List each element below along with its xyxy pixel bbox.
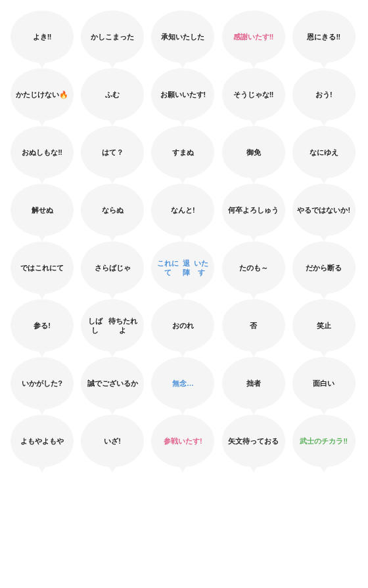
bubble-item-21[interactable]: ではこれにて <box>11 242 74 294</box>
bubble-item-5[interactable]: 恩にきる‼ <box>292 10 356 63</box>
bubble-item-11[interactable]: おぬしもな‼ <box>11 126 74 178</box>
bubble-item-14[interactable]: 御免 <box>222 126 285 178</box>
bubble-item-23[interactable]: これにて退陣いたす <box>151 242 214 294</box>
bubble-item-33[interactable]: 無念… <box>151 357 214 410</box>
bubble-item-20[interactable]: やるではないか! <box>292 184 356 236</box>
bubble-item-27[interactable]: しばし待ちたれよ <box>81 299 144 352</box>
bubble-item-19[interactable]: 何卒よろしゅう <box>222 184 285 236</box>
bubble-item-38[interactable]: 参戦いたす! <box>151 415 214 467</box>
bubble-item-37[interactable]: いざ! <box>81 415 144 467</box>
bubble-item-17[interactable]: ならぬ <box>81 184 144 236</box>
bubble-item-28[interactable]: おのれ <box>151 299 214 352</box>
bubble-item-22[interactable]: さらばじゃ <box>81 242 144 294</box>
bubble-item-7[interactable]: ふむ <box>81 68 144 121</box>
bubble-item-32[interactable]: 誠でございるか <box>81 357 144 410</box>
bubble-item-29[interactable]: 否 <box>222 299 285 352</box>
bubble-item-6[interactable]: かたじけない🔥 <box>11 68 74 121</box>
bubble-item-9[interactable]: そうじゃな‼ <box>222 68 285 121</box>
bubble-item-8[interactable]: お願いいたす! <box>151 68 214 121</box>
emoji-grid: よき‼かしこまった承知いたした感謝いたす‼恩にきる‼かたじけない🔥ふむお願いいた… <box>0 0 368 478</box>
bubble-item-26[interactable]: 参る! <box>11 299 74 352</box>
bubble-item-2[interactable]: かしこまった <box>81 10 144 63</box>
bubble-item-39[interactable]: 矢文待っておる <box>222 415 285 467</box>
bubble-item-16[interactable]: 解せぬ <box>11 184 74 236</box>
bubble-item-13[interactable]: すまぬ <box>151 126 214 178</box>
bubble-item-25[interactable]: だから断る <box>292 242 356 294</box>
bubble-item-12[interactable]: はて？ <box>81 126 144 178</box>
bubble-item-10[interactable]: おう! <box>292 68 356 121</box>
bubble-item-35[interactable]: 面白い <box>292 357 356 410</box>
bubble-item-3[interactable]: 承知いたした <box>151 10 214 63</box>
bubble-item-31[interactable]: いかがした? <box>11 357 74 410</box>
bubble-item-36[interactable]: よもやよもや <box>11 415 74 467</box>
bubble-item-24[interactable]: たのも～ <box>222 242 285 294</box>
bubble-item-15[interactable]: なにゆえ <box>292 126 356 178</box>
bubble-item-34[interactable]: 拙者 <box>222 357 285 410</box>
bubble-item-1[interactable]: よき‼ <box>11 10 74 63</box>
bubble-item-30[interactable]: 笑止 <box>292 299 356 352</box>
bubble-item-18[interactable]: なんと! <box>151 184 214 236</box>
bubble-item-40[interactable]: 武士のチカラ‼ <box>292 415 356 467</box>
bubble-item-4[interactable]: 感謝いたす‼ <box>222 10 285 63</box>
